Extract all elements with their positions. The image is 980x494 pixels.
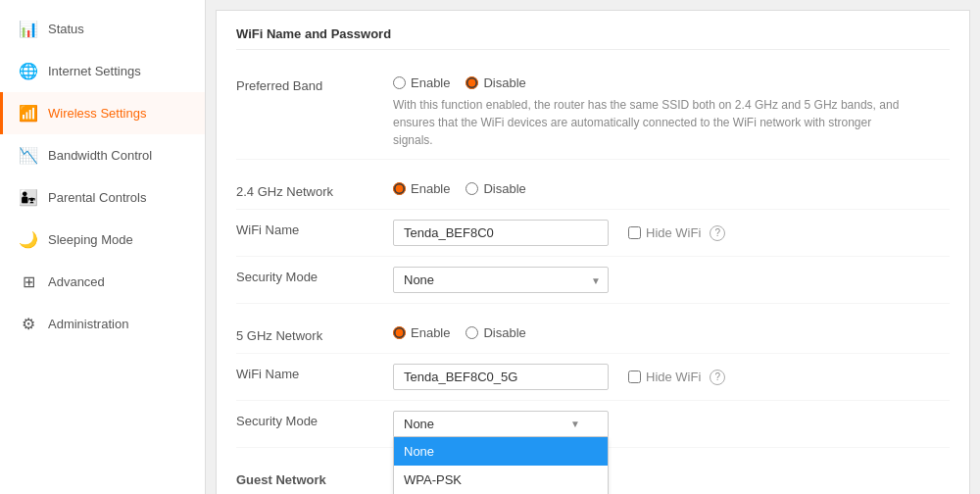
network-24-enable-label: Enable — [411, 181, 450, 196]
security-mode-5-current-value: None — [404, 417, 434, 431]
wireless-settings-icon: 📶 — [19, 104, 38, 123]
help-icon-24[interactable]: ? — [710, 225, 725, 241]
hide-wifi-5-group: Hide WiFi ? — [628, 370, 725, 385]
network-24-row: 2.4 GHz Network Enable Disable — [236, 172, 950, 210]
sidebar-item-internet-settings[interactable]: 🌐 Internet Settings — [0, 50, 205, 92]
network-24-disable-radio[interactable] — [466, 182, 478, 195]
network-5-disable-label: Disable — [483, 325, 525, 340]
administration-icon: ⚙ — [19, 315, 38, 333]
sidebar-item-sleeping-mode[interactable]: 🌙 Sleeping Mode — [0, 219, 205, 261]
wifi-name-24-row: WiFi Name Hide WiFi ? — [236, 210, 950, 257]
sidebar-item-status-label: Status — [48, 22, 84, 36]
network-5-enable-label: Enable — [411, 325, 450, 340]
security-mode-5-control: None ▼ None WPA-PSK WPA2-PSK WPA/WPA2-PS… — [393, 411, 950, 437]
preferred-band-disable-label: Disable — [483, 75, 525, 90]
bandwidth-control-icon: 📉 — [19, 146, 38, 165]
network-24-enable-radio[interactable] — [393, 182, 406, 195]
wifi-name-24-control: Hide WiFi ? — [393, 220, 950, 246]
wifi-name-5-input[interactable] — [393, 364, 609, 390]
security-mode-5-dropdown-toggle[interactable]: None ▼ — [393, 411, 609, 437]
sidebar-item-administration[interactable]: ⚙ Administration — [0, 303, 205, 345]
network-5-radio-group: Enable Disable — [393, 325, 950, 340]
security-mode-24-select-wrap: None WPA-PSK WPA2-PSK WPA/WPA2-PSK Mixed… — [393, 267, 609, 293]
wifi-name-5-row: WiFi Name Hide WiFi ? — [236, 354, 950, 401]
dropdown-item-wpa-psk[interactable]: WPA-PSK — [394, 466, 608, 494]
preferred-band-enable-option[interactable]: Enable — [393, 75, 450, 90]
preferred-band-control: Enable Disable With this function enable… — [393, 75, 950, 149]
sidebar-item-advanced-label: Advanced — [48, 274, 105, 289]
section-title: WiFi Name and Password — [236, 26, 950, 50]
wifi-name-24-label: WiFi Name — [236, 220, 393, 237]
network-5-row: 5 GHz Network Enable Disable — [236, 316, 950, 354]
sidebar-item-bandwidth-control-label: Bandwidth Control — [48, 148, 152, 163]
network-24-label: 2.4 GHz Network — [236, 181, 393, 199]
network-5-enable-option[interactable]: Enable — [393, 325, 450, 340]
internet-settings-icon: 🌐 — [19, 62, 38, 80]
hide-wifi-24-checkbox[interactable] — [628, 226, 641, 239]
network-24-radio-group: Enable Disable — [393, 181, 950, 196]
preferred-band-disable-radio[interactable] — [466, 76, 478, 89]
network-5-control: Enable Disable — [393, 325, 950, 340]
security-mode-5-dropdown-arrow: ▼ — [570, 419, 580, 429]
preferred-band-label: Preferred Band — [236, 75, 393, 93]
advanced-icon: ⊞ — [19, 272, 38, 291]
dropdown-item-none[interactable]: None — [394, 437, 608, 466]
sidebar-item-status[interactable]: 📊 Status — [0, 8, 205, 50]
wifi-name-24-input[interactable] — [393, 220, 609, 246]
security-mode-5-dropdown-container: None ▼ None WPA-PSK WPA2-PSK WPA/WPA2-PS… — [393, 411, 609, 437]
security-mode-24-row: Security Mode None WPA-PSK WPA2-PSK WPA/… — [236, 257, 950, 304]
security-mode-24-control: None WPA-PSK WPA2-PSK WPA/WPA2-PSK Mixed… — [393, 267, 950, 293]
hide-wifi-5-label: Hide WiFi — [646, 370, 701, 384]
security-mode-5-row: Security Mode None ▼ None WPA-PSK WPA2-P… — [236, 401, 950, 448]
security-mode-24-label: Security Mode — [236, 267, 393, 284]
preferred-band-description: With this function enabled, the router h… — [393, 96, 903, 149]
help-icon-5[interactable]: ? — [710, 370, 725, 385]
security-mode-5-label: Security Mode — [236, 411, 393, 428]
sidebar: 📊 Status 🌐 Internet Settings 📶 Wireless … — [0, 0, 206, 494]
wifi-settings-panel: WiFi Name and Password Preferred Band En… — [216, 10, 970, 494]
sidebar-item-parental-controls[interactable]: 👨‍👧 Parental Controls — [0, 176, 205, 219]
network-5-disable-radio[interactable] — [466, 326, 478, 339]
wifi-name-5-label: WiFi Name — [236, 364, 393, 381]
sidebar-item-bandwidth-control[interactable]: 📉 Bandwidth Control — [0, 134, 205, 176]
network-5-disable-option[interactable]: Disable — [466, 325, 525, 340]
guest-network-section-label: Guest Network — [236, 469, 393, 487]
sidebar-item-wireless-settings[interactable]: 📶 Wireless Settings — [0, 92, 205, 134]
preferred-band-enable-label: Enable — [411, 75, 450, 90]
sidebar-item-sleeping-mode-label: Sleeping Mode — [48, 232, 133, 247]
hide-wifi-5-checkbox[interactable] — [628, 370, 641, 383]
network-24-control: Enable Disable — [393, 181, 950, 196]
sidebar-item-wireless-settings-label: Wireless Settings — [48, 106, 146, 121]
hide-wifi-24-label: Hide WiFi — [646, 225, 701, 240]
preferred-band-row: Preferred Band Enable Disable With this … — [236, 66, 950, 160]
network-24-enable-option[interactable]: Enable — [393, 181, 450, 196]
security-mode-5-dropdown-menu: None WPA-PSK WPA2-PSK WPA/WPA2-PSK Mixed — [393, 437, 609, 494]
parental-controls-icon: 👨‍👧 — [19, 188, 38, 207]
network-24-disable-option[interactable]: Disable — [466, 181, 525, 196]
preferred-band-radio-group: Enable Disable — [393, 75, 950, 90]
sidebar-item-internet-settings-label: Internet Settings — [48, 64, 141, 78]
main-content: WiFi Name and Password Preferred Band En… — [206, 0, 980, 494]
sidebar-item-advanced[interactable]: ⊞ Advanced — [0, 261, 205, 303]
preferred-band-enable-radio[interactable] — [393, 76, 406, 89]
sleeping-mode-icon: 🌙 — [19, 230, 38, 249]
network-5-enable-radio[interactable] — [393, 326, 406, 339]
status-icon: 📊 — [19, 20, 38, 38]
hide-wifi-24-group: Hide WiFi ? — [628, 225, 725, 241]
network-24-disable-label: Disable — [483, 181, 525, 196]
security-mode-24-select[interactable]: None WPA-PSK WPA2-PSK WPA/WPA2-PSK Mixed — [393, 267, 609, 293]
preferred-band-disable-option[interactable]: Disable — [466, 75, 525, 90]
wifi-name-5-control: Hide WiFi ? — [393, 364, 950, 390]
sidebar-item-parental-controls-label: Parental Controls — [48, 190, 146, 205]
sidebar-item-administration-label: Administration — [48, 317, 128, 331]
network-5-label: 5 GHz Network — [236, 325, 393, 343]
